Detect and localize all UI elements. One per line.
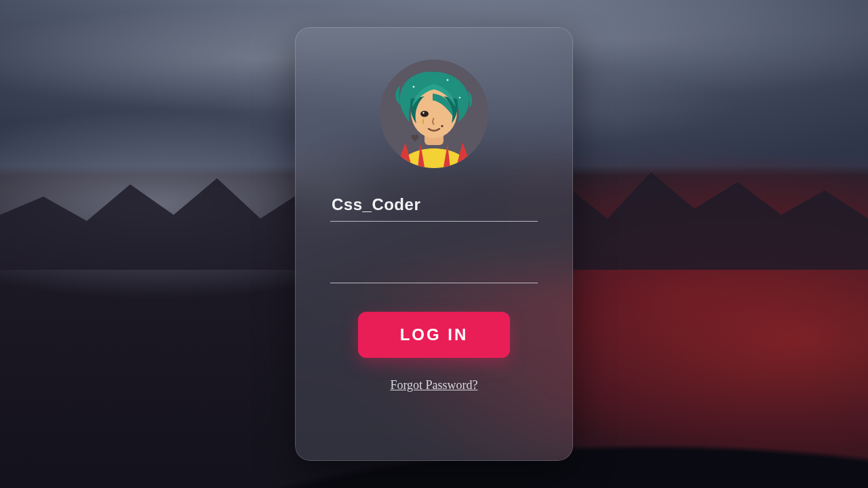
avatar-illustration-icon [380, 60, 488, 168]
svg-point-4 [420, 111, 429, 117]
forgot-password-link[interactable]: Forgot Password? [390, 378, 477, 392]
login-form: LOG IN Forgot Password? [295, 27, 573, 461]
username-input[interactable] [330, 191, 538, 222]
login-card: LOG IN Forgot Password? [295, 27, 573, 461]
svg-point-8 [447, 79, 449, 81]
svg-point-6 [441, 125, 443, 127]
password-input[interactable] [330, 253, 538, 283]
svg-point-9 [459, 97, 461, 99]
login-button[interactable]: LOG IN [358, 312, 510, 358]
avatar [380, 60, 488, 168]
svg-point-5 [422, 112, 424, 113]
svg-point-7 [413, 86, 415, 88]
